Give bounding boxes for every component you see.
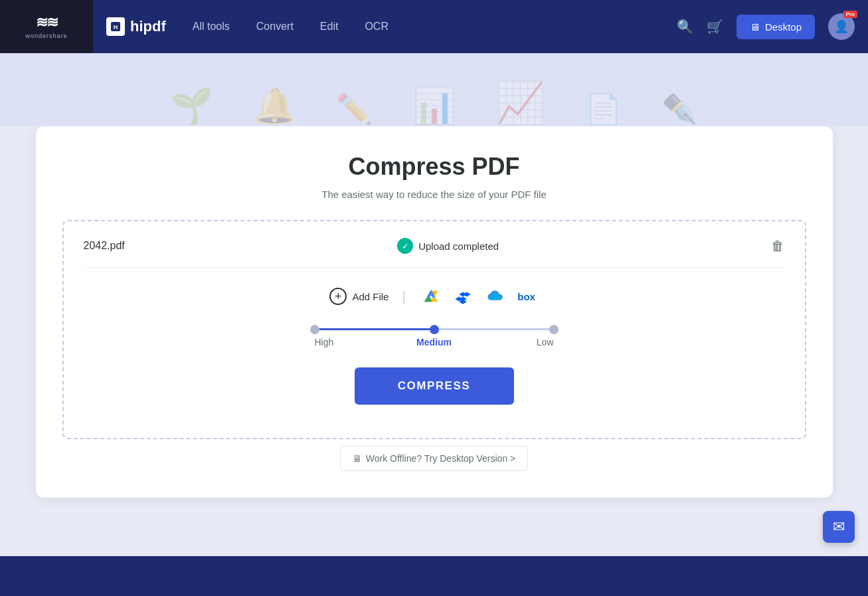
hero-doc-icon: 📄 (585, 92, 622, 126)
hero-chart-icon: 📊 (412, 86, 456, 126)
hipdf-brand: H hipdf (106, 17, 166, 36)
slider-labels: High Medium Low (315, 337, 554, 348)
nav-all-tools[interactable]: All tools (193, 21, 230, 33)
compress-button[interactable]: COMPRESS (355, 367, 514, 405)
navbar: ≋≋ wondershare H hipdf All tools Convert… (0, 0, 868, 53)
desktop-version-link[interactable]: 🖥 Work Offline? Try Desktop Version > (340, 446, 529, 471)
slider-track-filled (315, 328, 434, 330)
nav-actions: 🔍 🛒 🖥 Desktop 👤 Pro (677, 13, 855, 40)
slider-track-wrap (315, 328, 554, 330)
check-icon: ✓ (397, 238, 413, 254)
hero-lamp-icon: 🔔 (253, 86, 296, 126)
label-low: Low (514, 337, 554, 348)
desktop-link-icon: 🖥 (353, 453, 362, 464)
main-card: Compress PDF The easiest way to reduce t… (36, 126, 833, 498)
desktop-link-wrap: 🖥 Work Offline? Try Desktop Version > (62, 446, 806, 471)
label-high: High (315, 337, 355, 348)
nav-ocr[interactable]: OCR (365, 21, 389, 33)
desktop-label: Desktop (765, 21, 802, 33)
delete-button[interactable]: 🗑 (771, 239, 784, 254)
add-file-button[interactable]: + Add File (329, 288, 389, 305)
google-drive-button[interactable] (419, 284, 443, 308)
avatar-wrap[interactable]: 👤 Pro (828, 13, 855, 40)
page-title: Compress PDF (62, 153, 806, 181)
dropbox-button[interactable] (451, 284, 475, 308)
file-name: 2042.pdf (84, 240, 125, 252)
upload-status: ✓ Upload completed (397, 238, 499, 254)
box-button[interactable]: box (515, 284, 539, 308)
chat-button[interactable]: ✉ (823, 511, 855, 543)
wondershare-icon: ≋≋ (36, 14, 57, 31)
hipdf-name: hipdf (130, 18, 166, 35)
slider-dot-low (549, 325, 559, 334)
desktop-icon: 🖥 (750, 21, 760, 33)
nav-convert[interactable]: Convert (256, 21, 294, 33)
slider-track (315, 328, 554, 330)
label-medium: Medium (414, 337, 454, 348)
add-file-row: + Add File | (84, 284, 785, 308)
hero-background: 🌱 🔔 ✏️ 📊 📈 📄 ✒️ (0, 53, 868, 126)
wondershare-text: wondershare (25, 33, 67, 39)
chat-icon: ✉ (833, 518, 845, 536)
hero-icons: 🌱 🔔 ✏️ 📊 📈 📄 ✒️ (170, 79, 698, 126)
onedrive-button[interactable] (483, 284, 507, 308)
upload-status-text: Upload completed (418, 241, 499, 252)
hero-graph-icon: 📈 (495, 79, 545, 126)
separator: | (402, 289, 405, 304)
add-file-icon: + (329, 288, 347, 305)
pro-badge: Pro (843, 11, 857, 18)
nav-edit[interactable]: Edit (320, 21, 339, 33)
hero-plant-icon: 🌱 (170, 86, 213, 126)
add-file-label: Add File (352, 291, 389, 302)
box-label: box (517, 291, 535, 302)
slider-dot-medium (430, 325, 439, 334)
slider-dot-high (310, 325, 319, 334)
desktop-link-text: Work Offline? Try Desktop Version > (366, 453, 516, 464)
footer-bar (0, 556, 868, 596)
file-row: 2042.pdf ✓ Upload completed 🗑 (84, 238, 785, 268)
cloud-icons: box (419, 284, 539, 308)
cart-button[interactable]: 🛒 (707, 19, 723, 35)
desktop-button[interactable]: 🖥 Desktop (737, 15, 815, 39)
nav-links: All tools Convert Edit OCR (193, 21, 389, 33)
search-button[interactable]: 🔍 (677, 19, 693, 35)
page-subtitle: The easiest way to reduce the size of yo… (62, 189, 806, 200)
hero-pencil-icon: ✏️ (336, 92, 373, 126)
svg-text:H: H (114, 24, 118, 31)
wondershare-logo: ≋≋ wondershare (0, 0, 93, 53)
hero-pen-icon: ✒️ (661, 92, 698, 126)
compression-slider[interactable]: High Medium Low (84, 328, 785, 348)
hipdf-icon: H (106, 17, 125, 36)
main-content: Compress PDF The easiest way to reduce t… (0, 126, 868, 596)
upload-area: 2042.pdf ✓ Upload completed 🗑 + Add File… (62, 220, 806, 439)
